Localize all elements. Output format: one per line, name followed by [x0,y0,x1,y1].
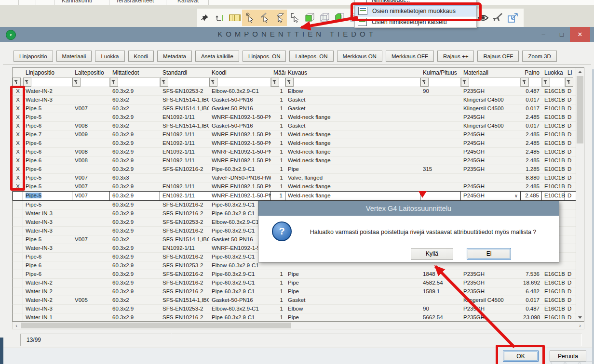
cell[interactable] [565,235,577,244]
maximize-button[interactable]: □ [554,27,570,42]
cell[interactable]: WNRF-EN1092-1-50-PN16-C1 [209,130,271,139]
column-header-Kulma/Pituus[interactable]: Kulma/Pituus [420,69,461,76]
cell[interactable]: ValveF-DN50-PN16-HW [209,174,271,182]
cell[interactable]: WNRF-EN1092-1-50-PN16-C1 [209,113,271,121]
table-row[interactable]: Water-IN-160.3x2.9SFS-EN10216-2Pipe-60.3… [13,313,584,321]
cell[interactable]: E10C1B [542,148,565,156]
cell[interactable]: 1 [271,156,285,165]
cell[interactable] [160,174,209,182]
cell[interactable]: 0.017 [521,296,542,304]
cell[interactable]: Elbow [285,87,420,95]
cell[interactable]: E10C1B [542,130,565,139]
cell[interactable]: Weld-neck flange [285,139,420,147]
cell[interactable] [420,122,461,130]
cell[interactable]: SFS-EN10253-2 [160,87,209,95]
cell[interactable]: Gasket-50-PN16 [209,104,271,113]
cell[interactable]: 315 [420,165,461,173]
cell[interactable]: D [565,130,577,139]
column-header-Koodi[interactable]: Koodi [209,69,271,76]
cell[interactable]: WNRF-EN1092-1-50-PN16-C1 [209,156,271,165]
cell[interactable] [420,130,461,139]
cell[interactable]: P245GH [461,139,521,147]
cell[interactable]: P245GH [461,130,521,139]
filter-input[interactable] [294,78,420,87]
cell[interactable] [521,261,542,270]
cell[interactable]: 60.3x2.9 [110,201,160,209]
cell[interactable]: D [565,174,577,182]
cell[interactable]: 0.017 [521,96,542,104]
cell[interactable]: 60.3x2 [110,96,160,104]
cell[interactable]: Weld-neck flange [285,182,420,191]
table-row[interactable]: XPipe-560.3x2.9EN1092-1/11WNRF-EN1092-1-… [13,113,584,122]
cell[interactable]: Pipe [285,165,420,173]
cell[interactable]: Water-IN-3 [23,305,72,313]
cell[interactable]: EN1092-1/11 [160,156,209,165]
action-button-rajaus-off[interactable]: Rajaus OFF [477,51,519,62]
action-button-merkkaus-on[interactable]: Merkkaus ON [337,51,382,62]
cell[interactable]: E10C1B [542,192,565,200]
cell[interactable] [13,201,23,209]
cell[interactable]: E16C1B [542,287,565,296]
action-button-linjapos-on[interactable]: Linjapos. ON [243,51,286,62]
cell[interactable]: WNRF-EN1092-1-50-PN16-C1 [209,148,271,156]
cell[interactable]: P245GH [461,182,521,191]
cell[interactable]: 60.3x2 [110,104,160,113]
column-header-Paino[interactable]: Paino [521,69,542,76]
cell[interactable] [13,313,23,321]
cell[interactable]: 60.3x2.9 [110,227,160,235]
column-header-Määrä[interactable]: Määrä [271,69,285,76]
kylla-button[interactable]: Kyllä [411,248,453,260]
filter-input[interactable] [31,78,72,87]
cell[interactable]: Weld-neck flange [285,113,420,121]
filter-funnel-icon[interactable] [72,78,81,87]
cell[interactable]: 90 [420,305,461,313]
cell[interactable]: D [565,192,577,200]
filter-funnel-icon[interactable] [110,78,118,87]
cell[interactable]: Gasket-50-PN16 [209,96,271,104]
cell[interactable] [420,261,461,270]
cell[interactable]: SFS-EN10253-2 [160,305,209,313]
vertical-scroll-thumb[interactable] [577,76,583,143]
cell[interactable]: Elbow-60.3x2.9-C1 [209,87,271,95]
horizontal-scrollbar[interactable]: ‹ › [12,322,584,329]
cell[interactable]: 60.3x2.9 [110,156,160,165]
cell[interactable]: EN1092-1/11 [160,192,209,200]
cell[interactable]: EN1092-1/11 [160,130,209,139]
cell[interactable]: V008 [72,148,110,156]
cell[interactable]: SFS-EN10216-2 [160,270,209,278]
edge-select-cursor-icon[interactable] [257,10,272,26]
cell[interactable]: 0.017 [521,122,542,130]
cell[interactable]: X [13,156,23,165]
cell[interactable]: 60.3x2.9 [110,148,160,156]
cell[interactable] [13,261,23,270]
close-button[interactable]: ✕ [570,27,590,42]
menu-item-nimiketiedot[interactable]: Nimiketiedot... [355,0,476,5]
cell[interactable]: V007 [72,104,110,113]
cell[interactable]: Pipe-5 [23,113,72,121]
cell[interactable]: V009 [72,130,110,139]
cell[interactable] [72,287,110,296]
cell[interactable]: SFS-EN10216-2 [160,253,209,261]
cell[interactable]: SFS-EN1514-1,IBC [160,296,209,304]
cell[interactable] [420,296,461,304]
horizontal-scroll-thumb[interactable] [21,323,291,328]
cell[interactable]: D [565,122,577,130]
scroll-right-arrow[interactable]: › [576,322,584,329]
cell[interactable]: 1 [271,313,285,321]
cell[interactable]: Pipe-6 [23,148,72,156]
cell[interactable]: Elbow [285,305,420,313]
cell[interactable]: SFS-EN1514-1,IBC [160,122,209,130]
table-row[interactable]: Water-IN-260.3x2.9SFS-EN10216-2Pipe-60.3… [13,287,584,296]
filter-input[interactable] [279,78,285,87]
cell[interactable]: X [13,87,23,95]
cell[interactable]: 0.487 [521,305,542,313]
cell[interactable]: X [13,148,23,156]
cell[interactable]: 60.3x2.9 [110,305,160,313]
cell[interactable]: D [565,96,577,104]
cell[interactable]: 2.485 [521,192,542,200]
cell[interactable]: D [565,182,577,191]
filter-input[interactable] [217,78,271,87]
cell[interactable]: E16C1B [542,270,565,278]
rotate-dimension-icon[interactable] [212,10,227,26]
action-button-metadata[interactable]: Metadata [157,51,192,62]
